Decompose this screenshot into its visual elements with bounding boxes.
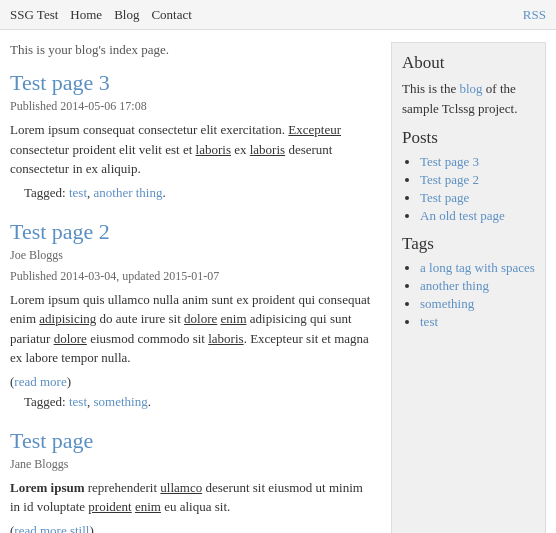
sidebar-tag-test[interactable]: test — [420, 314, 438, 329]
post-2-tag-test[interactable]: test — [69, 394, 87, 409]
list-item: another thing — [420, 278, 535, 294]
post-1-body-bold: Lorem ipsum — [10, 480, 85, 495]
post-1-title: Test page — [10, 428, 375, 454]
sidebar-post-link-2[interactable]: Test page 2 — [420, 172, 479, 187]
post-1-author: Jane Bloggs — [10, 457, 375, 472]
sidebar: About This is the blog of the sample Tcl… — [391, 42, 546, 533]
sidebar-about-title: About — [402, 53, 535, 73]
nav-contact[interactable]: Contact — [151, 7, 191, 23]
post-2-read-more-link[interactable]: read more — [14, 374, 66, 389]
sidebar-tag-long[interactable]: a long tag with spaces — [420, 260, 535, 275]
post-1-read-more-wrap: (read more still) — [10, 523, 375, 534]
post-3-tags-label: Tagged: — [24, 185, 69, 200]
post-test-page-3: Test page 3 Published 2014-05-06 17:08 L… — [10, 70, 375, 201]
sidebar-post-link-1[interactable]: Test page — [420, 190, 469, 205]
post-2-highlight-enim: enim — [221, 311, 247, 326]
post-3-tag-test[interactable]: test — [69, 185, 87, 200]
post-1-title-link[interactable]: Test page — [10, 428, 93, 453]
intro-text: This is your blog's index page. — [10, 42, 375, 58]
nav-blog[interactable]: Blog — [114, 7, 139, 23]
post-2-date: Published 2014-03-04, updated 2015-01-07 — [10, 269, 375, 284]
sidebar-about-text1: This is the — [402, 81, 459, 96]
sidebar-tags-list: a long tag with spaces another thing som… — [402, 260, 535, 330]
list-item: something — [420, 296, 535, 312]
sidebar-post-link-3[interactable]: Test page 3 — [420, 154, 479, 169]
list-item: test — [420, 314, 535, 330]
post-3-tags: Tagged: test, another thing. — [10, 185, 375, 201]
post-1-highlight-ullamco: ullamco — [160, 480, 202, 495]
navbar: SSG Test Home Blog Contact RSS — [0, 0, 556, 30]
post-2-tags: Tagged: test, something. — [10, 394, 375, 410]
post-1-read-more-link[interactable]: read more still — [14, 523, 89, 534]
post-2-highlight-dolore1: dolore — [184, 311, 217, 326]
post-2-highlight-dolore2: dolore — [54, 331, 87, 346]
nav-brand[interactable]: SSG Test — [10, 7, 58, 23]
list-item: Test page 2 — [420, 172, 535, 188]
sidebar-tag-another-thing[interactable]: another thing — [420, 278, 489, 293]
post-test-page: Test page Jane Bloggs Lorem ipsum repreh… — [10, 428, 375, 534]
post-2-body: Lorem ipsum quis ullamco nulla anim sunt… — [10, 290, 375, 368]
post-3-tag-another-thing[interactable]: another thing — [94, 185, 163, 200]
post-3-title-link[interactable]: Test page 3 — [10, 70, 110, 95]
post-2-title: Test page 2 — [10, 219, 375, 245]
post-2-read-more-wrap: (read more) — [10, 374, 375, 390]
rss-link[interactable]: RSS — [523, 7, 546, 23]
post-test-page-2: Test page 2 Joe Bloggs Published 2014-03… — [10, 219, 375, 410]
post-3-highlight-excepteur: Excepteur — [288, 122, 341, 137]
content-wrapper: This is your blog's index page. Test pag… — [0, 30, 556, 533]
sidebar-about-blog-link[interactable]: blog — [459, 81, 482, 96]
post-2-highlight-laboris: laboris — [208, 331, 243, 346]
post-2-tags-label: Tagged: — [24, 394, 69, 409]
sidebar-posts-list: Test page 3 Test page 2 Test page An old… — [402, 154, 535, 224]
list-item: An old test page — [420, 208, 535, 224]
sidebar-tag-something[interactable]: something — [420, 296, 474, 311]
list-item: Test page 3 — [420, 154, 535, 170]
post-2-title-link[interactable]: Test page 2 — [10, 219, 110, 244]
sidebar-posts-title: Posts — [402, 128, 535, 148]
sidebar-post-link-old[interactable]: An old test page — [420, 208, 505, 223]
main-content: This is your blog's index page. Test pag… — [10, 42, 375, 533]
post-1-highlight-enim: enim — [135, 499, 161, 514]
post-1-highlight-proident: proident — [88, 499, 131, 514]
sidebar-about-text: This is the blog of the sample Tclssg pr… — [402, 79, 535, 118]
post-3-title: Test page 3 — [10, 70, 375, 96]
sidebar-tags-title: Tags — [402, 234, 535, 254]
post-2-highlight-adipisicing: adipisicing — [39, 311, 96, 326]
post-2-tag-something[interactable]: something — [94, 394, 148, 409]
post-3-highlight-laboris2: laboris — [250, 142, 285, 157]
post-3-meta: Published 2014-05-06 17:08 — [10, 99, 375, 114]
nav-links: SSG Test Home Blog Contact — [10, 7, 523, 23]
post-1-body: Lorem ipsum reprehenderit ullamco deseru… — [10, 478, 375, 517]
post-2-author: Joe Bloggs — [10, 248, 375, 263]
list-item: a long tag with spaces — [420, 260, 535, 276]
nav-home[interactable]: Home — [70, 7, 102, 23]
list-item: Test page — [420, 190, 535, 206]
post-3-body: Lorem ipsum consequat consectetur elit e… — [10, 120, 375, 179]
post-3-highlight-laboris1: laboris — [196, 142, 231, 157]
